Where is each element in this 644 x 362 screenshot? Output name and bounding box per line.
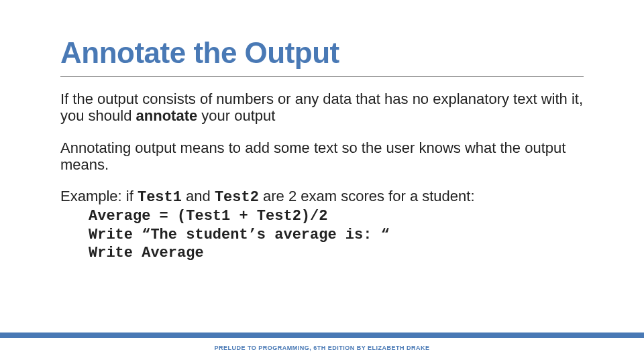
para1-bold: annotate (136, 107, 202, 124)
code-block: Average = (Test1 + Test2)/2 Write “The s… (89, 207, 584, 263)
paragraph-1: If the output consists of numbers or any… (60, 90, 584, 125)
slide-title: Annotate the Output (60, 36, 584, 70)
ex-var-2: Test2 (215, 189, 259, 206)
ex-text-3: are 2 exam scores for a student: (259, 188, 475, 204)
title-underline (60, 76, 584, 77)
code-line-2: Write “The student’s average is: “ (89, 227, 390, 243)
code-line-1: Average = (Test1 + Test2)/2 (89, 208, 327, 225)
slide: Annotate the Output If the output consis… (0, 0, 644, 362)
footer-accent-bar (0, 333, 644, 338)
code-line-3: Write Average (89, 245, 204, 261)
footer-text: PRELUDE TO PROGRAMMING, 6TH EDITION BY E… (0, 345, 644, 351)
ex-text-2: and (182, 188, 215, 204)
example-intro: Example: if Test1 and Test2 are 2 exam s… (60, 188, 584, 206)
para1-tail: your output (201, 107, 275, 124)
ex-text-1: Example: if (60, 188, 138, 204)
paragraph-2: Annotating output means to add some text… (60, 139, 584, 174)
ex-var-1: Test1 (138, 189, 182, 206)
